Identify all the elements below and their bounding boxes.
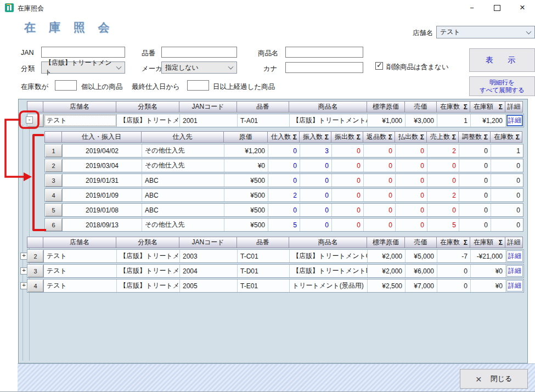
cell: 0: [396, 159, 427, 172]
cell: ABC: [142, 204, 224, 216]
cell: テスト: [44, 250, 117, 262]
cell: 0: [300, 174, 332, 187]
cell: 0: [459, 204, 491, 216]
app-window: 在庫照会 − × 在 庫 照 会 店舗名 テスト JAN 品番 商品名 分類 【…: [0, 0, 535, 392]
main-table-column-header: 商品名: [289, 101, 367, 113]
cell: 0: [268, 204, 300, 216]
close-button[interactable]: × 閉じる: [460, 369, 528, 389]
cell: ¥5,000: [406, 250, 437, 262]
chevron-down-icon: [228, 64, 234, 70]
close-window-button[interactable]: ×: [510, 0, 535, 15]
last-purchase-pre-label: 最終仕入日から: [132, 82, 180, 92]
days-input[interactable]: [187, 80, 209, 91]
cell: 0: [437, 279, 471, 292]
cell: 2019/01/09: [63, 189, 142, 201]
cell: 0: [459, 174, 491, 187]
cell: 0: [491, 219, 523, 231]
cell: 2004: [180, 265, 238, 277]
cell: その他仕入先: [142, 144, 224, 157]
cell: 2: [427, 189, 459, 201]
cell: 0: [459, 159, 491, 172]
product-name-input[interactable]: [285, 47, 363, 58]
expand-toggle-button[interactable]: +: [20, 282, 27, 289]
cell: ¥1,200: [224, 144, 268, 157]
hinban-input[interactable]: [161, 47, 237, 58]
cell: ABC: [142, 189, 224, 201]
cell: ¥2,000: [368, 250, 406, 262]
cell: ¥500: [224, 174, 268, 187]
cell: 0: [437, 265, 471, 277]
cell: 0: [332, 204, 364, 216]
row-header-button[interactable]: 2: [27, 250, 44, 262]
row-header-button[interactable]: 3: [27, 265, 44, 277]
expand-all-button[interactable]: 明細行を すべて展開する: [469, 76, 535, 96]
row-header-button[interactable]: 3: [45, 174, 63, 187]
detail-button[interactable]: 詳細: [506, 280, 523, 292]
cell: ¥1,200: [471, 114, 506, 127]
stock-qty-pre-label: 在庫数が: [21, 82, 48, 92]
close-icon: ×: [520, 2, 525, 13]
category-select[interactable]: 【店販】トリートメント: [41, 61, 125, 74]
cell: 0: [427, 174, 459, 187]
main-table-column-header: 売価: [405, 101, 437, 113]
row-header-button[interactable]: 5: [45, 204, 63, 216]
cell: ABC: [142, 174, 224, 187]
detail-cell: 詳細: [506, 279, 523, 292]
cell: 0: [491, 174, 523, 187]
detail-table-column-header: 在庫数Σ: [491, 131, 522, 143]
main-table-column-header: 売価: [405, 237, 437, 248]
store-select[interactable]: テスト: [436, 26, 535, 38]
row-header-button[interactable]: 6: [45, 219, 63, 231]
collapse-toggle-button[interactable]: -: [26, 116, 33, 124]
jan-input[interactable]: [41, 47, 125, 58]
maximize-icon: [494, 5, 500, 11]
exclude-deleted-checkbox[interactable]: [375, 62, 383, 70]
row-header-button[interactable]: 1: [45, 144, 63, 157]
row-header-button[interactable]: 4: [27, 279, 44, 292]
minimize-button[interactable]: −: [459, 0, 485, 15]
display-button[interactable]: 表 示: [469, 48, 535, 72]
kana-input[interactable]: [285, 62, 363, 73]
row-header-button[interactable]: 4: [45, 189, 63, 201]
cell: その他仕入先: [142, 159, 224, 172]
cell: T-C01: [238, 250, 290, 262]
stock-qty-post-label: 個以上の商品: [81, 82, 122, 92]
cell: 0: [332, 144, 364, 157]
stock-qty-input[interactable]: [55, 80, 77, 91]
footer-bar: × 閉じる: [18, 363, 535, 392]
expand-toggle-button[interactable]: +: [20, 267, 27, 275]
transaction-row: 22019/03/04その他仕入先¥000000000: [44, 159, 523, 172]
tree-line: [22, 125, 23, 361]
cell: ¥500: [224, 204, 268, 216]
detail-cell: 詳細: [506, 250, 523, 262]
cell: ¥500: [224, 219, 268, 231]
results-grid: 店舗名分類名JANコード品番商品名標準原価売価在庫数Σ在庫額Σ詳細▶テスト【店販…: [18, 99, 528, 363]
row-header-button[interactable]: 2: [45, 159, 63, 172]
main-table-column-header: 在庫額Σ: [470, 237, 505, 248]
chevron-down-icon: [526, 29, 532, 34]
cell: 0: [396, 144, 427, 157]
cell: ¥1,000: [368, 114, 406, 127]
product-name-label: 商品名: [258, 49, 279, 58]
detail-table-column-header: 売上数Σ: [427, 131, 459, 143]
detail-button[interactable]: 詳細: [506, 250, 523, 262]
main-table-column-header: 詳細: [505, 101, 523, 113]
cell: 0: [459, 219, 491, 231]
cell: 0: [268, 144, 300, 157]
cell: -¥21,000: [471, 250, 506, 262]
cell: テスト: [44, 114, 117, 127]
detail-button[interactable]: 詳細: [506, 265, 523, 277]
maximize-button[interactable]: [485, 0, 510, 15]
maker-select[interactable]: 指定しない: [161, 61, 237, 74]
jan-label: JAN: [21, 49, 34, 57]
transaction-row: 62018/09/13その他仕入先¥50050000500: [44, 218, 523, 232]
page-title: 在 庫 照 会: [24, 20, 115, 35]
cell: 1: [437, 114, 471, 127]
expand-toggle-button[interactable]: +: [20, 253, 27, 260]
cell: 2: [427, 144, 459, 157]
cell: 0: [332, 189, 364, 201]
transaction-row: 42019/01/09ABC¥50020000200: [44, 188, 523, 202]
detail-table-column-header: 調整数Σ: [459, 131, 491, 143]
detail-button[interactable]: 詳細: [506, 115, 523, 126]
main-table-column-header: 標準原価: [367, 237, 405, 248]
